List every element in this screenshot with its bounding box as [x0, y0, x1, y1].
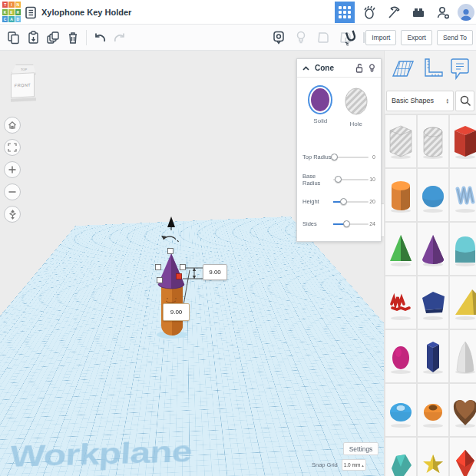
material-swatches: Solid Hole: [297, 78, 381, 132]
lock-icon[interactable]: [355, 64, 363, 73]
copy-button[interactable]: [3, 28, 23, 47]
design-doc-icon[interactable]: [25, 6, 38, 19]
snap-grid-control: Snap Grid 1.0 mm ▴: [312, 459, 366, 471]
logo-tile: R: [15, 9, 21, 15]
shape-tile-tube[interactable]: [418, 384, 448, 436]
shape-tile-torus[interactable]: [385, 384, 416, 436]
shape-gallery: [385, 114, 476, 476]
mode-switcher: [335, 0, 474, 25]
inspector-title: Cone: [315, 64, 355, 72]
home-icon: [8, 121, 17, 130]
shape-tile-roof[interactable]: [450, 223, 476, 275]
shape-tile-hole-box[interactable]: [385, 115, 416, 167]
tinkercad-logo[interactable]: TINKERCAD: [2, 2, 21, 23]
chevron-up-icon[interactable]: [302, 66, 309, 71]
slider-knob[interactable]: [331, 154, 338, 160]
nav-controls: [4, 117, 21, 223]
hide-button[interactable]: [269, 28, 289, 47]
solid-option[interactable]: Solid: [309, 87, 331, 127]
avatar[interactable]: [458, 4, 474, 21]
mode-3d-button[interactable]: [335, 2, 355, 23]
clipboard-group: [0, 28, 130, 47]
slider-knob[interactable]: [335, 176, 342, 183]
logo-tile: E: [8, 9, 14, 15]
shape-tile-wedge[interactable]: [450, 276, 476, 329]
shape-tile-hole-cylinder[interactable]: [418, 115, 448, 167]
home-view-button[interactable]: [4, 117, 21, 134]
zoom-out-button[interactable]: [4, 183, 21, 200]
export-button[interactable]: Export: [401, 30, 432, 45]
mode-bricks-button[interactable]: [408, 2, 428, 23]
shape-tile-cone[interactable]: [418, 223, 448, 275]
pickaxe-icon: [386, 5, 402, 20]
hole-label: Hole: [350, 121, 362, 127]
workplane-tool-icon[interactable]: [390, 56, 416, 82]
shape-tile-text[interactable]: [385, 276, 416, 329]
snap-grid-label: Snap Grid: [312, 461, 338, 468]
app-header: TINKERCAD Xylophone Key Holder: [0, 0, 476, 25]
paste-button[interactable]: [23, 28, 43, 47]
mode-blocks-button[interactable]: [384, 2, 404, 23]
dimension-label-depth[interactable]: 9.00: [163, 303, 190, 321]
zoom-in-button[interactable]: [4, 161, 21, 178]
tinkercad-app: TINKERCAD Xylophone Key Holder: [0, 0, 476, 476]
fit-view-icon: [8, 143, 17, 152]
redo-button[interactable]: [110, 28, 130, 47]
logo-tile: I: [8, 2, 14, 8]
shape-tile-heart[interactable]: [450, 384, 476, 436]
cone-object: [158, 253, 184, 289]
send-to-button[interactable]: Send To: [437, 30, 473, 45]
settings-button[interactable]: Settings: [343, 442, 378, 455]
logo-tile: N: [15, 2, 21, 8]
slider-base-radius: Base Radius 10: [302, 168, 375, 190]
shape-tile-cylinder[interactable]: [385, 169, 416, 221]
parameter-sliders: Top Radius 0 Base Radius 10 Height 20 Si…: [297, 132, 381, 235]
perspective-toggle-button[interactable]: [4, 206, 21, 223]
group-button[interactable]: [313, 28, 333, 47]
magnet-button[interactable]: [341, 28, 361, 47]
shape-tile-paraboloid[interactable]: [450, 330, 476, 382]
dimension-label-width[interactable]: 9.00: [203, 264, 227, 280]
view-cube-front[interactable]: FRONT: [11, 72, 35, 98]
category-value: Basic Shapes: [392, 97, 446, 104]
helper-tools: [385, 51, 476, 88]
duplicate-button[interactable]: [43, 28, 63, 47]
hole-swatch[interactable]: [344, 87, 369, 116]
slider-knob[interactable]: [340, 198, 347, 205]
search-button[interactable]: [455, 91, 474, 111]
ruler-tool-icon[interactable]: [420, 57, 445, 81]
solid-swatch[interactable]: [309, 87, 331, 113]
shape-tile-box[interactable]: [450, 115, 476, 167]
shape-tile-pyramid[interactable]: [385, 223, 416, 275]
shape-tile-scribble[interactable]: [450, 169, 476, 221]
invite-button[interactable]: [433, 2, 453, 23]
shape-tile-polygon[interactable]: [418, 276, 448, 329]
shape-tile-diamond[interactable]: [450, 438, 476, 476]
shape-tile-gem[interactable]: [385, 438, 416, 476]
delete-button[interactable]: [63, 28, 83, 47]
logo-tile: A: [8, 16, 14, 22]
shape-tile-sphere[interactable]: [418, 169, 448, 221]
category-select[interactable]: Basic Shapes ▴▾: [386, 91, 454, 111]
view-cube[interactable]: TOP FRONT: [10, 64, 38, 103]
shape-tile-prism[interactable]: [418, 330, 448, 382]
fit-view-button[interactable]: [4, 139, 21, 156]
import-button[interactable]: Import: [365, 30, 396, 45]
bulb-icon[interactable]: [369, 64, 375, 73]
logo-tile: K: [2, 9, 8, 15]
design-title: Xylophone Key Holder: [41, 8, 131, 17]
slider-knob[interactable]: [343, 220, 350, 227]
shape-filter-row: Basic Shapes ▴▾: [385, 88, 476, 114]
shape-tile-half-sphere[interactable]: [385, 330, 416, 382]
notes-tool-icon[interactable]: [448, 56, 471, 82]
snap-grid-select[interactable]: 1.0 mm ▴: [342, 459, 366, 471]
undo-button[interactable]: [90, 28, 110, 47]
snap-caret-icon: ▴: [362, 463, 364, 468]
show-all-button[interactable]: [291, 28, 311, 47]
mode-simlab-button[interactable]: [359, 2, 379, 23]
logo-tile: D: [15, 16, 21, 22]
shape-tile-star[interactable]: [418, 438, 448, 476]
lego-brick-icon: [412, 6, 425, 18]
snap-grid-value: 1.0 mm: [344, 462, 361, 468]
hole-option[interactable]: Hole: [344, 87, 369, 127]
